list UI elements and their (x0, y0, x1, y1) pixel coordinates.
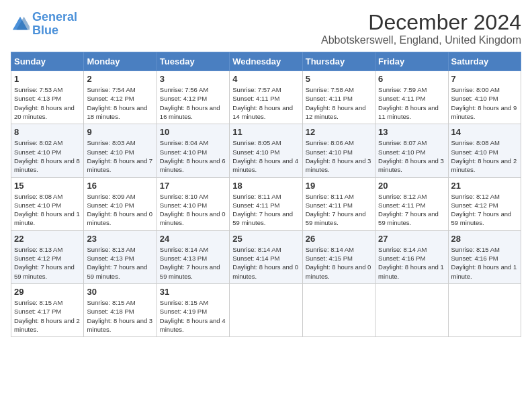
col-thursday: Thursday (302, 52, 375, 71)
cell-content: Sunrise: 7:58 AMSunset: 4:11 PMDaylight:… (306, 85, 372, 121)
day-number: 20 (378, 181, 445, 191)
calendar-week-row: 1Sunrise: 7:53 AMSunset: 4:13 PMDaylight… (11, 71, 521, 124)
calendar-cell: 16Sunrise: 8:09 AMSunset: 4:10 PMDayligh… (84, 177, 157, 230)
cell-content: Sunrise: 7:57 AMSunset: 4:11 PMDaylight:… (232, 85, 299, 121)
cell-content: Sunrise: 8:13 AMSunset: 4:12 PMDaylight:… (14, 245, 81, 281)
cell-content: Sunrise: 7:56 AMSunset: 4:12 PMDaylight:… (160, 85, 226, 121)
cell-content: Sunrise: 8:14 AMSunset: 4:15 PMDaylight:… (306, 245, 372, 281)
calendar-cell: 13Sunrise: 8:07 AMSunset: 4:10 PMDayligh… (375, 124, 448, 177)
day-number: 25 (232, 234, 299, 244)
day-number: 31 (160, 287, 226, 297)
cell-content: Sunrise: 8:08 AMSunset: 4:10 PMDaylight:… (451, 138, 518, 174)
day-number: 5 (306, 74, 372, 84)
day-number: 28 (451, 234, 518, 244)
header-row: Sunday Monday Tuesday Wednesday Thursday… (11, 52, 521, 71)
calendar-cell: 21Sunrise: 8:12 AMSunset: 4:12 PMDayligh… (448, 177, 521, 230)
col-tuesday: Tuesday (157, 52, 229, 71)
day-number: 24 (160, 234, 226, 244)
day-number: 18 (232, 181, 299, 191)
cell-content: Sunrise: 7:53 AMSunset: 4:13 PMDaylight:… (14, 85, 81, 121)
cell-content: Sunrise: 8:04 AMSunset: 4:10 PMDaylight:… (160, 138, 226, 174)
cell-content: Sunrise: 8:14 AMSunset: 4:13 PMDaylight:… (160, 245, 226, 281)
cell-content: Sunrise: 8:15 AMSunset: 4:16 PMDaylight:… (451, 245, 518, 281)
logo-icon (11, 15, 30, 34)
calendar-cell: 31Sunrise: 8:15 AMSunset: 4:19 PMDayligh… (157, 283, 229, 336)
month-year-title: December 2024 (321, 11, 521, 34)
day-number: 11 (232, 127, 299, 137)
calendar-cell: 20Sunrise: 8:12 AMSunset: 4:11 PMDayligh… (375, 177, 448, 230)
col-wednesday: Wednesday (230, 52, 302, 71)
logo: General Blue (11, 11, 77, 38)
calendar-cell: 30Sunrise: 8:15 AMSunset: 4:18 PMDayligh… (84, 283, 157, 336)
day-number: 10 (160, 127, 226, 137)
calendar-cell: 10Sunrise: 8:04 AMSunset: 4:10 PMDayligh… (157, 124, 229, 177)
day-number: 14 (451, 127, 518, 137)
day-number: 19 (306, 181, 372, 191)
cell-content: Sunrise: 8:15 AMSunset: 4:18 PMDaylight:… (87, 298, 153, 334)
day-number: 13 (378, 127, 445, 137)
calendar-week-row: 22Sunrise: 8:13 AMSunset: 4:12 PMDayligh… (11, 230, 521, 283)
day-number: 6 (378, 74, 445, 84)
calendar-cell: 2Sunrise: 7:54 AMSunset: 4:12 PMDaylight… (84, 71, 157, 124)
day-number: 17 (160, 181, 226, 191)
day-number: 12 (306, 127, 372, 137)
day-number: 22 (14, 234, 81, 244)
day-number: 8 (14, 127, 81, 137)
cell-content: Sunrise: 8:15 AMSunset: 4:17 PMDaylight:… (14, 298, 81, 334)
day-number: 7 (451, 74, 518, 84)
calendar-cell: 15Sunrise: 8:08 AMSunset: 4:10 PMDayligh… (11, 177, 84, 230)
title-block: December 2024 Abbotskerswell, England, U… (321, 11, 521, 46)
logo-text: General Blue (32, 11, 77, 38)
calendar-cell: 17Sunrise: 8:10 AMSunset: 4:10 PMDayligh… (157, 177, 229, 230)
calendar-cell: 5Sunrise: 7:58 AMSunset: 4:11 PMDaylight… (302, 71, 375, 124)
calendar-cell (302, 283, 375, 336)
calendar-cell: 4Sunrise: 7:57 AMSunset: 4:11 PMDaylight… (230, 71, 302, 124)
calendar-cell: 6Sunrise: 7:59 AMSunset: 4:11 PMDaylight… (375, 71, 448, 124)
calendar-cell: 14Sunrise: 8:08 AMSunset: 4:10 PMDayligh… (448, 124, 521, 177)
calendar-cell (230, 283, 302, 336)
calendar-cell: 26Sunrise: 8:14 AMSunset: 4:15 PMDayligh… (302, 230, 375, 283)
header: General Blue December 2024 Abbotskerswel… (11, 11, 521, 46)
cell-content: Sunrise: 8:09 AMSunset: 4:10 PMDaylight:… (87, 192, 153, 228)
calendar-cell: 1Sunrise: 7:53 AMSunset: 4:13 PMDaylight… (11, 71, 84, 124)
calendar-week-row: 15Sunrise: 8:08 AMSunset: 4:10 PMDayligh… (11, 177, 521, 230)
day-number: 21 (451, 181, 518, 191)
calendar-cell: 9Sunrise: 8:03 AMSunset: 4:10 PMDaylight… (84, 124, 157, 177)
cell-content: Sunrise: 8:11 AMSunset: 4:11 PMDaylight:… (232, 192, 299, 228)
cell-content: Sunrise: 8:07 AMSunset: 4:10 PMDaylight:… (378, 138, 445, 174)
cell-content: Sunrise: 8:14 AMSunset: 4:16 PMDaylight:… (378, 245, 445, 281)
calendar-cell: 27Sunrise: 8:14 AMSunset: 4:16 PMDayligh… (375, 230, 448, 283)
day-number: 15 (14, 181, 81, 191)
page: General Blue December 2024 Abbotskerswel… (0, 0, 532, 344)
cell-content: Sunrise: 8:15 AMSunset: 4:19 PMDaylight:… (160, 298, 226, 334)
calendar-cell: 11Sunrise: 8:05 AMSunset: 4:10 PMDayligh… (230, 124, 302, 177)
calendar-cell: 29Sunrise: 8:15 AMSunset: 4:17 PMDayligh… (11, 283, 84, 336)
cell-content: Sunrise: 7:54 AMSunset: 4:12 PMDaylight:… (87, 85, 153, 121)
cell-content: Sunrise: 8:06 AMSunset: 4:10 PMDaylight:… (306, 138, 372, 174)
day-number: 9 (87, 127, 153, 137)
cell-content: Sunrise: 8:08 AMSunset: 4:10 PMDaylight:… (14, 192, 81, 228)
calendar-cell (448, 283, 521, 336)
day-number: 29 (14, 287, 81, 297)
calendar-cell: 12Sunrise: 8:06 AMSunset: 4:10 PMDayligh… (302, 124, 375, 177)
calendar-week-row: 29Sunrise: 8:15 AMSunset: 4:17 PMDayligh… (11, 283, 521, 336)
cell-content: Sunrise: 7:59 AMSunset: 4:11 PMDaylight:… (378, 85, 445, 121)
cell-content: Sunrise: 8:03 AMSunset: 4:10 PMDaylight:… (87, 138, 153, 174)
cell-content: Sunrise: 8:10 AMSunset: 4:10 PMDaylight:… (160, 192, 226, 228)
cell-content: Sunrise: 8:05 AMSunset: 4:10 PMDaylight:… (232, 138, 299, 174)
calendar-cell: 8Sunrise: 8:02 AMSunset: 4:10 PMDaylight… (11, 124, 84, 177)
calendar-cell: 24Sunrise: 8:14 AMSunset: 4:13 PMDayligh… (157, 230, 229, 283)
calendar-cell (375, 283, 448, 336)
day-number: 23 (87, 234, 153, 244)
day-number: 3 (160, 74, 226, 84)
cell-content: Sunrise: 8:00 AMSunset: 4:10 PMDaylight:… (451, 85, 518, 121)
col-monday: Monday (84, 52, 157, 71)
day-number: 1 (14, 74, 81, 84)
cell-content: Sunrise: 8:12 AMSunset: 4:12 PMDaylight:… (451, 192, 518, 228)
calendar-cell: 7Sunrise: 8:00 AMSunset: 4:10 PMDaylight… (448, 71, 521, 124)
col-friday: Friday (375, 52, 448, 71)
calendar-cell: 3Sunrise: 7:56 AMSunset: 4:12 PMDaylight… (157, 71, 229, 124)
day-number: 30 (87, 287, 153, 297)
calendar-cell: 28Sunrise: 8:15 AMSunset: 4:16 PMDayligh… (448, 230, 521, 283)
day-number: 2 (87, 74, 153, 84)
